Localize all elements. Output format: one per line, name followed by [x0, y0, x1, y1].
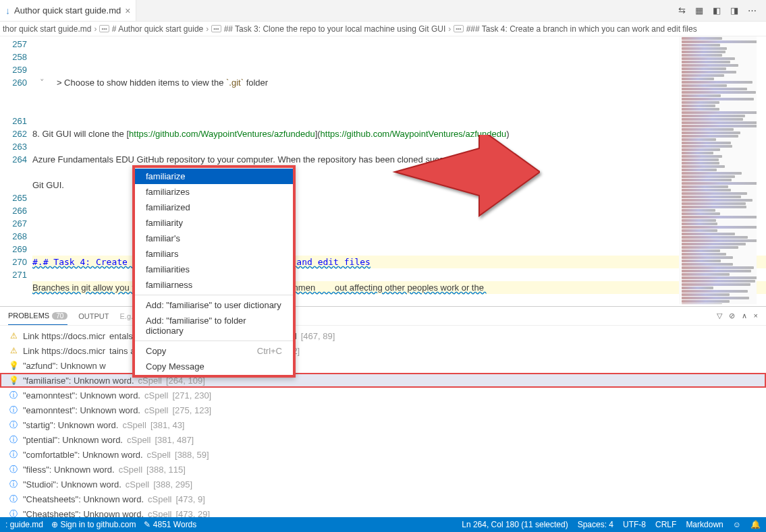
status-github[interactable]: ⊕ Sign in to github.com: [51, 520, 136, 529]
menu-item[interactable]: familiarizes: [135, 184, 293, 200]
status-lang[interactable]: Markdown: [686, 520, 723, 529]
problem-row[interactable]: ⓘ"startig": Unknown word. cSpell [381, 4…: [0, 417, 766, 432]
info-icon: ⓘ: [8, 405, 19, 416]
panel-close-icon[interactable]: ×: [754, 312, 758, 320]
menu-copy[interactable]: CopyCtrl+C: [135, 343, 293, 359]
problem-row[interactable]: ⓘ"ptential": Unknown word. cSpell [381, …: [0, 432, 766, 447]
menu-item[interactable]: familiarness: [135, 277, 293, 293]
breadcrumb-item[interactable]: ## Task 3: Clone the repo to your local …: [224, 24, 446, 34]
clear-icon[interactable]: ⊘: [729, 312, 735, 320]
tab-title: Author quick start guide.md: [14, 5, 121, 16]
menu-item[interactable]: Add: "familiarise" to user dictionary: [135, 297, 293, 313]
info-icon: ⓘ: [8, 479, 19, 490]
feedback-icon[interactable]: ☺: [733, 520, 741, 529]
compare-icon[interactable]: ⇆: [678, 5, 686, 16]
bulb-icon: 💡: [8, 361, 19, 370]
heading-icon: •••: [211, 25, 221, 32]
tab-actions: ⇆ ▦ ◧ ◨ ⋯: [678, 5, 766, 16]
status-eol[interactable]: CRLF: [655, 520, 676, 529]
problem-row[interactable]: ⚠Link https://docs.micr entals contains …: [0, 328, 766, 343]
breadcrumbs[interactable]: thor quick start guide.md› ••• # Author …: [0, 22, 766, 36]
info-icon: ⓘ: [8, 449, 19, 461]
split-icon-1[interactable]: ◧: [713, 5, 721, 16]
heading-icon: •••: [454, 25, 463, 32]
status-bar: : guide.md ⊕ Sign in to github.com ✎ 485…: [0, 517, 766, 532]
menu-item[interactable]: familiarities: [135, 262, 293, 277]
problems-badge: 70: [52, 312, 67, 320]
tab-output[interactable]: OUTPUT: [78, 307, 109, 325]
problem-row[interactable]: 💡"familiarise": Unknown word. cSpell [26…: [0, 373, 766, 388]
annotation-arrow: [378, 135, 540, 241]
collapse-icon[interactable]: ∧: [742, 312, 747, 320]
editor-tab[interactable]: ↓ Author quick start guide.md ×: [0, 0, 136, 21]
warn-icon: ⚠: [8, 331, 19, 341]
problem-row[interactable]: ⓘ"comfortatble": Unknown word. cSpell [3…: [0, 447, 766, 462]
problem-row[interactable]: ⓘ"Studioi": Unknown word. cSpell [388, 2…: [0, 477, 766, 492]
info-icon: ⓘ: [8, 390, 19, 401]
close-icon[interactable]: ×: [125, 5, 130, 16]
gutter: 2572582592602612622632642652662672682692…: [0, 36, 32, 306]
menu-item[interactable]: familiarized: [135, 200, 293, 215]
problem-row[interactable]: 💡"azfund": Unknown w: [0, 358, 766, 373]
info-icon: ⓘ: [8, 434, 19, 446]
tab-bar: ↓ Author quick start guide.md × ⇆ ▦ ◧ ◨ …: [0, 0, 766, 22]
info-icon: ⓘ: [8, 419, 19, 431]
menu-item[interactable]: familiar's: [135, 231, 293, 246]
filter-icon[interactable]: ▽: [717, 312, 722, 320]
problem-row[interactable]: ⓘ"eamonntest": Unknown word. cSpell [275…: [0, 403, 766, 417]
problem-row[interactable]: ⓘ"eamonntest": Unknown word. cSpell [271…: [0, 388, 766, 403]
minimap[interactable]: [679, 36, 757, 304]
menu-copy-message[interactable]: Copy Message: [135, 359, 293, 374]
more-icon[interactable]: ⋯: [748, 5, 757, 16]
status-encoding[interactable]: UTF-8: [623, 520, 646, 529]
problem-row[interactable]: ⓘ"filess": Unknown word. cSpell [388, 11…: [0, 462, 766, 477]
heading-icon: •••: [99, 25, 109, 32]
status-cursor[interactable]: Ln 264, Col 180 (11 selected): [462, 520, 568, 529]
spell-context-menu: familiarizefamiliarizesfamiliarizedfamil…: [132, 165, 296, 378]
problems-list[interactable]: ⚠Link https://docs.micr entals contains …: [0, 326, 766, 519]
menu-item[interactable]: familiars: [135, 246, 293, 262]
status-file[interactable]: : guide.md: [5, 520, 43, 529]
breadcrumb-item[interactable]: thor quick start guide.md: [3, 24, 91, 34]
info-icon: ⓘ: [8, 494, 19, 505]
breadcrumb-item[interactable]: # Author quick start guide: [112, 24, 203, 34]
fold-icon[interactable]: ˅: [32, 78, 47, 88]
split-icon-2[interactable]: ◨: [730, 5, 738, 16]
status-words[interactable]: ✎ 4851 Words: [144, 520, 196, 529]
breadcrumb-item[interactable]: ### Task 4: Create a branch in which you…: [466, 24, 697, 34]
status-spaces[interactable]: Spaces: 4: [578, 520, 613, 529]
panel-tabs: PROBLEMS 70 OUTPUT E.g.: text, **/*.ts, …: [0, 307, 766, 326]
menu-item[interactable]: Add: "familiarise" to folder dictionary: [135, 313, 293, 338]
markdown-icon: ↓: [5, 5, 10, 16]
preview-icon[interactable]: ▦: [695, 5, 703, 16]
menu-item[interactable]: familiarize: [135, 169, 293, 184]
warn-icon: ⚠: [8, 346, 19, 355]
info-icon: ⓘ: [8, 464, 19, 475]
bottom-panel: PROBLEMS 70 OUTPUT E.g.: text, **/*.ts, …: [0, 306, 766, 519]
problem-row[interactable]: ⓘ"Cheatsheets": Unknown word. cSpell [47…: [0, 492, 766, 506]
bulb-icon: 💡: [8, 376, 19, 385]
bell-icon[interactable]: 🔔: [750, 520, 761, 529]
problem-row[interactable]: ⚠Link https://docs.micr tains a language…: [0, 343, 766, 358]
menu-item[interactable]: familiarity: [135, 215, 293, 231]
